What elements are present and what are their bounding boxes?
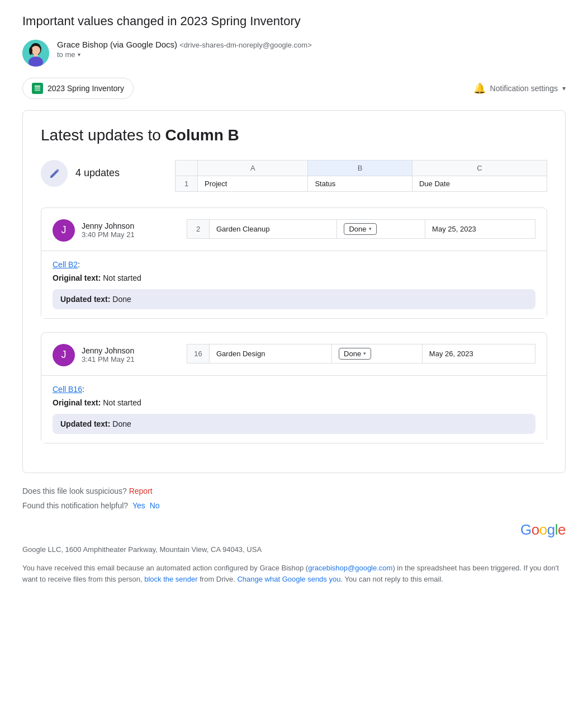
entry-2-header: J Jenny Johnson 3:41 PM May 21 16 Garden… (53, 344, 535, 366)
row-1-col-a: Project (198, 176, 308, 191)
done-chip-2: Done ▾ (339, 348, 371, 360)
user-time-2: 3:41 PM May 21 (82, 355, 135, 364)
entry-1-col-a: Garden Cleanup (210, 219, 337, 238)
block-sender-link[interactable]: block the sender (144, 575, 197, 583)
entry-2-original: Original text: Not started (53, 398, 535, 407)
entry-2-updated: Updated text: Done (53, 414, 535, 434)
user-name-1: Jenny Johnson (82, 221, 135, 230)
done-chip-1: Done ▾ (344, 223, 376, 235)
entry-1-user: J Jenny Johnson 3:40 PM May 21 (53, 219, 164, 242)
entry-1-header: J Jenny Johnson 3:40 PM May 21 2 Garden … (53, 219, 535, 242)
col-b-header: B (308, 160, 412, 176)
to-me-chevron-icon: ▾ (78, 51, 80, 58)
user-time-1: 3:40 PM May 21 (82, 230, 135, 239)
google-logo: Google (520, 521, 566, 539)
sender-email: <drive-shares-dm-noreply@google.com> (179, 41, 311, 49)
notification-settings-label: Notification settings (490, 84, 558, 93)
footer-address: Google LLC, 1600 Amphitheater Parkway, M… (22, 545, 566, 554)
updates-count-text: 4 updates (75, 167, 120, 179)
notification-settings-button[interactable]: 🔔 Notification settings ▾ (473, 82, 566, 95)
sender-info: Grace Bishop (via Google Docs) <drive-sh… (57, 40, 312, 59)
row-1-col-b: Status (308, 176, 412, 191)
notification-chevron-icon: ▾ (562, 84, 566, 92)
svg-rect-9 (35, 88, 40, 89)
yes-link[interactable]: Yes (132, 501, 145, 510)
entry-2-user: J Jenny Johnson 3:41 PM May 21 (53, 344, 164, 366)
sender-row: Grace Bishop (via Google Docs) <drive-sh… (22, 40, 566, 67)
helpful-row: Found this notification helpful? Yes No (22, 501, 566, 510)
sheets-icon (32, 83, 43, 94)
entry-1-table: 2 Garden Cleanup Done ▾ May 25, 2023 (187, 219, 535, 239)
entry-1-row-num: 2 (187, 219, 210, 238)
entry-1-original: Original text: Not started (53, 273, 535, 282)
email-title: Important values changed in 2023 Spring … (22, 13, 566, 30)
col-c-header: C (412, 160, 547, 176)
col-a-header: A (198, 160, 308, 176)
entry-2-table: 16 Garden Design Done ▾ May 26, 2023 (187, 344, 535, 364)
entry-2-row-num: 16 (187, 344, 210, 363)
report-link[interactable]: Report (129, 487, 153, 495)
svg-rect-10 (35, 90, 40, 91)
main-card: Latest updates to Column B 4 updates A B… (22, 110, 566, 473)
cell-b16-link[interactable]: Cell B16 (53, 385, 82, 394)
suspicious-row: Does this file look suspicious? Report (22, 487, 566, 495)
done-chip-arrow-2: ▾ (363, 351, 366, 356)
entry-1-col-c: May 25, 2023 (425, 219, 535, 238)
entry-2-change-details: Cell B16: Original text: Not started Upd… (41, 375, 547, 443)
sheet-button[interactable]: 2023 Spring Inventory (22, 78, 134, 99)
entry-2-cell-ref: Cell B16: (53, 385, 535, 394)
cell-b2-link[interactable]: Cell B2 (53, 260, 78, 269)
svg-rect-8 (35, 87, 40, 88)
user-details-2: Jenny Johnson 3:41 PM May 21 (82, 346, 135, 364)
update-entry-1: J Jenny Johnson 3:40 PM May 21 2 Garden … (41, 207, 547, 319)
to-me-dropdown[interactable]: to me ▾ (57, 50, 312, 59)
updates-header: 4 updates A B C 1 Project Status Due Dat… (41, 160, 547, 192)
update-entry-2: J Jenny Johnson 3:41 PM May 21 16 Garden… (41, 332, 547, 443)
footer-section: Does this file look suspicious? Report F… (22, 487, 566, 586)
user-avatar-1: J (53, 219, 75, 242)
entry-2-col-c: May 26, 2023 (422, 344, 535, 363)
entry-1-cell-ref: Cell B2: (53, 260, 535, 269)
change-google-sends-link[interactable]: Change what Google sends you (237, 575, 340, 583)
sheet-button-label: 2023 Spring Inventory (48, 84, 124, 93)
user-name-2: Jenny Johnson (82, 346, 135, 355)
no-link[interactable]: No (150, 501, 160, 510)
user-details-1: Jenny Johnson 3:40 PM May 21 (82, 221, 135, 239)
entry-2-col-b: Done ▾ (332, 344, 423, 363)
grace-email-link[interactable]: gracebishop@google.com (308, 564, 392, 572)
svg-point-5 (29, 47, 32, 55)
entry-1-change-details: Cell B2: Original text: Not started Upda… (41, 251, 547, 318)
entry-2-col-a: Garden Design (210, 344, 332, 363)
google-logo-row: Google (22, 521, 566, 539)
bell-icon: 🔔 (473, 82, 486, 95)
entry-1-updated: Updated text: Done (53, 289, 535, 309)
spreadsheet-preview-table: A B C 1 Project Status Due Date (175, 160, 547, 192)
user-avatar-2: J (53, 344, 75, 366)
card-title: Latest updates to Column B (41, 126, 547, 144)
footer-legal: You have received this email because an … (22, 563, 566, 586)
svg-rect-7 (35, 86, 40, 87)
row-1-col-c: Due Date (412, 176, 547, 191)
done-chip-arrow-1: ▾ (369, 226, 372, 232)
sender-name: Grace Bishop (via Google Docs) <drive-sh… (57, 40, 312, 49)
row-1-num: 1 (176, 176, 198, 191)
avatar (22, 40, 49, 67)
toolbar-row: 2023 Spring Inventory 🔔 Notification set… (22, 78, 566, 99)
svg-point-2 (31, 46, 40, 55)
pencil-icon-circle (41, 160, 68, 187)
updates-count-section: 4 updates (41, 160, 153, 187)
entry-1-col-b: Done ▾ (337, 219, 425, 238)
